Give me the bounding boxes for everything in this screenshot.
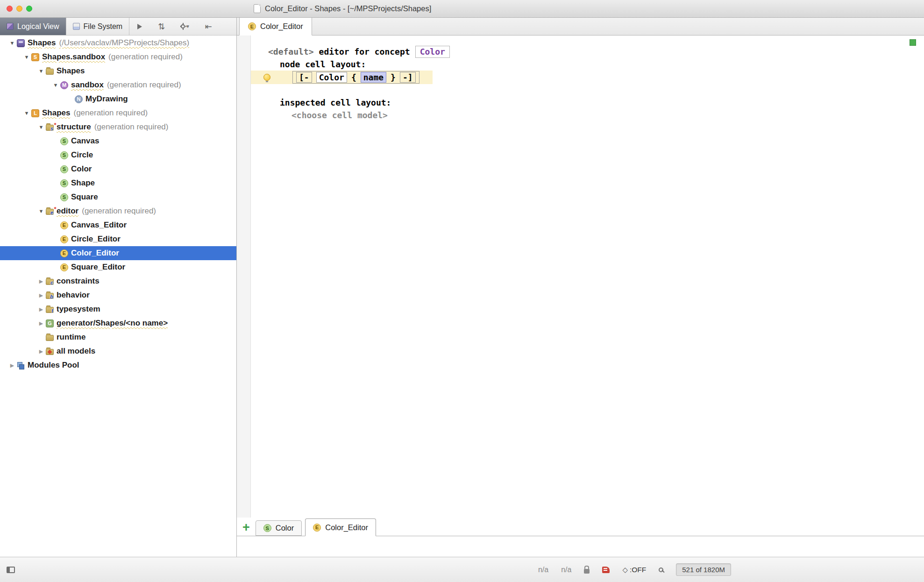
tree-item-square-editor[interactable]: ESquare_Editor <box>0 260 236 274</box>
tree-item-color[interactable]: SColor <box>0 162 236 176</box>
project-icon <box>17 39 25 47</box>
expanded-arrow-icon[interactable]: ▼ <box>36 68 46 74</box>
memory-indicator[interactable]: 521 of 1820M <box>676 563 731 576</box>
document-icon <box>254 4 261 13</box>
expanded-arrow-icon[interactable]: ▼ <box>22 54 31 60</box>
tree-item-all-models[interactable]: ▶all models <box>0 344 236 358</box>
close-button[interactable] <box>7 6 13 12</box>
tree-item-mydrawing[interactable]: NMyDrawing <box>0 92 236 106</box>
tree-item-label: constraints <box>57 277 100 286</box>
tree-item-color-editor[interactable]: EColor_Editor <box>0 246 236 260</box>
zoom-button[interactable] <box>26 6 32 12</box>
folder-icon <box>46 335 54 341</box>
status-right-cluster: n/a n/a ◇:OFF 521 of 1820M <box>538 563 731 576</box>
search-icon[interactable] <box>659 568 663 572</box>
editor-tab-color-editor[interactable]: E Color_Editor <box>239 18 312 35</box>
cell-brace-close[interactable]: } <box>391 72 396 82</box>
editor-tab-label: Color_Editor <box>260 22 303 31</box>
tree-item-generator-shapes-no-name[interactable]: ▶Ggenerator/Shapes/<no name> <box>0 316 236 330</box>
toggle-toolwindows-icon[interactable] <box>7 567 15 573</box>
tree-item-shapes[interactable]: ▼LShapes(generation required) <box>0 106 236 120</box>
editor-icon: E <box>60 221 68 229</box>
tree-item-shapes[interactable]: ▼Shapes <box>0 64 236 78</box>
tree-item-typesystem[interactable]: ▶ttypesystem <box>0 302 236 316</box>
tree-item-label: sandbox <box>71 80 104 90</box>
minimize-button[interactable] <box>16 6 22 12</box>
cell-collection[interactable]: [- Color { name } -] <box>292 71 419 84</box>
expanded-arrow-icon[interactable]: ▼ <box>36 208 46 214</box>
bottom-tab-color-editor[interactable]: EColor_Editor <box>305 518 376 536</box>
concept-reference[interactable]: Color <box>415 46 450 58</box>
tree-item-label: Color_Editor <box>71 248 119 258</box>
choose-cell-model[interactable]: <choose cell model> <box>291 109 924 121</box>
collapse-all-icon[interactable]: ⇤ <box>197 18 220 35</box>
tree-item-label: Shapes <box>57 66 85 76</box>
titlebar: Color_Editor - Shapes - [~/MPSProjects/S… <box>0 0 924 18</box>
tab-file-system[interactable]: File System <box>66 18 129 35</box>
editor-tabbar: E Color_Editor <box>237 18 924 35</box>
status-bar: n/a n/a ◇:OFF 521 of 1820M <box>0 557 924 582</box>
expanded-arrow-icon[interactable]: ▼ <box>51 82 60 88</box>
autoscroll-icon[interactable]: ⇅ <box>150 18 173 35</box>
editor-aspect-icon: e* <box>46 209 54 215</box>
status-position-right: n/a <box>561 566 571 574</box>
tree-item-runtime[interactable]: runtime <box>0 330 236 344</box>
tree-item-canvas-editor[interactable]: ECanvas_Editor <box>0 218 236 232</box>
collapsed-arrow-icon[interactable]: ▶ <box>36 306 46 312</box>
tree-item-note: (generation required) <box>94 122 169 132</box>
tree-item-canvas[interactable]: SCanvas <box>0 134 236 148</box>
tree-item-label: typesystem <box>57 305 100 314</box>
tree-item-note: (generation required) <box>82 206 156 216</box>
tree-item-label: editor <box>57 206 78 216</box>
tree-item-square[interactable]: SSquare <box>0 190 236 204</box>
tree-item-shape[interactable]: SShape <box>0 176 236 190</box>
cell-open-bracket[interactable]: [- <box>296 72 312 83</box>
add-tab-button[interactable]: + <box>242 521 250 534</box>
collapsed-arrow-icon[interactable]: ▶ <box>36 320 46 326</box>
collapsed-arrow-icon[interactable]: ▶ <box>7 362 17 369</box>
window-title: Color_Editor - Shapes - [~/MPSProjects/S… <box>265 4 431 13</box>
tree-item-label: generator/Shapes/<no name> <box>57 319 168 328</box>
structure-aspect-icon: s* <box>46 125 54 131</box>
bottom-tab-color[interactable]: SColor <box>256 520 302 536</box>
concept-icon: S <box>60 165 68 173</box>
tree-item-label: behavior <box>57 291 90 300</box>
project-toolbar: Logical View File System ⇅ ▾ ⇤ <box>0 18 236 35</box>
tree-item-shapes-sandbox[interactable]: ▼SShapes.sandbox(generation required) <box>0 50 236 64</box>
tree-item-circle-editor[interactable]: ECircle_Editor <box>0 232 236 246</box>
tree-item-behavior[interactable]: ▶bbehavior <box>0 288 236 302</box>
lock-icon[interactable] <box>584 569 590 574</box>
tree-item-shapes[interactable]: ▼Shapes(/Users/vaclav/MPSProjects/Shapes… <box>0 36 236 50</box>
hector-inspector-icon[interactable] <box>602 567 610 573</box>
tree-item-editor[interactable]: ▼e*editor(generation required) <box>0 204 236 218</box>
play-icon[interactable] <box>129 18 150 35</box>
cell-property-name[interactable]: name <box>361 72 386 83</box>
cell-close-bracket[interactable]: -] <box>400 72 416 83</box>
tree-item-label: Circle_Editor <box>71 234 121 244</box>
cell-brace-open[interactable]: { <box>351 72 356 82</box>
intention-bulb-icon[interactable] <box>263 74 270 81</box>
collapsed-arrow-icon[interactable]: ▶ <box>36 348 46 355</box>
cell-constant-color[interactable]: Color <box>316 72 347 83</box>
tree-item-label: Color <box>71 164 92 174</box>
editor-content[interactable]: <default>editor for conceptColor node ce… <box>237 35 924 518</box>
tree-item-sandbox[interactable]: ▼Msandbox(generation required) <box>0 78 236 92</box>
collapsed-arrow-icon[interactable]: ▶ <box>36 292 46 298</box>
mps-window: Color_Editor - Shapes - [~/MPSProjects/S… <box>0 0 924 582</box>
expanded-arrow-icon[interactable]: ▼ <box>36 124 46 130</box>
collapsed-arrow-icon[interactable]: ▶ <box>36 278 46 284</box>
tree-item-constraints[interactable]: ▶cconstraints <box>0 274 236 288</box>
power-save-indicator[interactable]: ◇:OFF <box>622 566 646 574</box>
tab-logical-view[interactable]: Logical View <box>0 18 66 35</box>
tree-item-modules-pool[interactable]: ▶Modules Pool <box>0 358 236 372</box>
expanded-arrow-icon[interactable]: ▼ <box>7 40 17 46</box>
tab-file-system-label: File System <box>84 22 123 31</box>
tree-item-structure[interactable]: ▼s*structure(generation required) <box>0 120 236 134</box>
tree-item-label: structure <box>57 122 91 132</box>
all-models-icon <box>46 349 54 355</box>
traffic-lights <box>7 0 32 17</box>
editor-header-line: <default>editor for conceptColor <box>268 45 924 58</box>
tree-item-circle[interactable]: SCircle <box>0 148 236 162</box>
expanded-arrow-icon[interactable]: ▼ <box>22 110 31 116</box>
gear-icon[interactable]: ▾ <box>173 18 197 35</box>
